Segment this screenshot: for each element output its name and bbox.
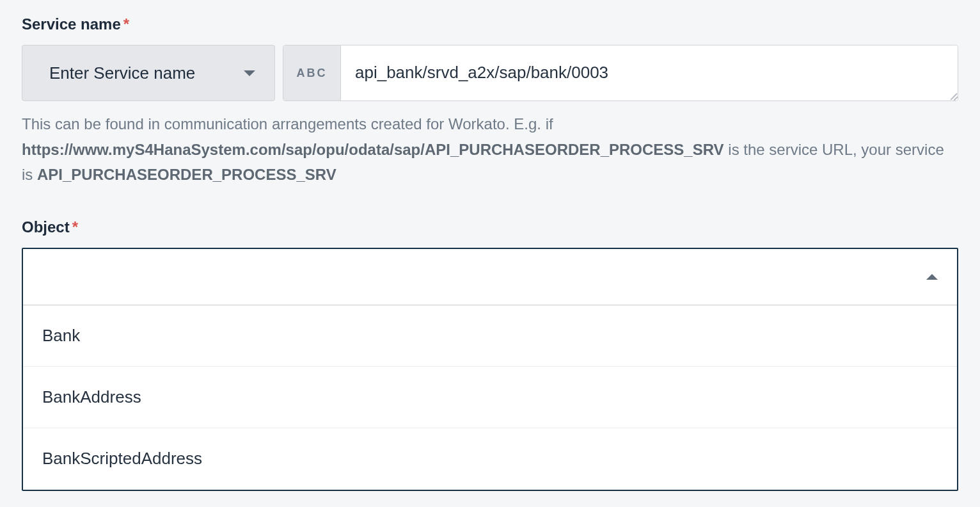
- service-name-row: Enter Service name ABC: [22, 45, 958, 101]
- chevron-up-icon: [926, 274, 938, 280]
- service-name-mode-text: Enter Service name: [49, 63, 195, 83]
- hint-example-url: https://www.myS4HanaSystem.com/sap/opu/o…: [22, 141, 724, 158]
- required-asterisk-icon: *: [72, 218, 78, 236]
- service-name-hint: This can be found in communication arran…: [22, 111, 958, 188]
- object-option[interactable]: BankAddress: [23, 367, 957, 428]
- hint-text-pre: This can be found in communication arran…: [22, 115, 553, 133]
- object-selected-row[interactable]: [23, 249, 957, 305]
- hint-example-service: API_PURCHASEORDER_PROCESS_SRV: [37, 166, 336, 183]
- required-asterisk-icon: *: [123, 15, 129, 33]
- service-name-input[interactable]: [341, 45, 958, 101]
- input-type-prefix: ABC: [283, 45, 341, 101]
- object-option[interactable]: BankScriptedAddress: [23, 428, 957, 490]
- service-name-label: Service name*: [22, 15, 958, 33]
- object-option[interactable]: Bank: [23, 305, 957, 367]
- service-name-input-wrapper: ABC: [283, 45, 958, 101]
- service-name-label-text: Service name: [22, 15, 121, 33]
- object-field: Object* Bank BankAddress BankScriptedAdd…: [22, 218, 958, 491]
- object-dropdown[interactable]: Bank BankAddress BankScriptedAddress: [22, 248, 958, 491]
- chevron-down-icon: [244, 70, 255, 76]
- service-name-mode-dropdown[interactable]: Enter Service name: [22, 45, 275, 101]
- service-name-field: Service name* Enter Service name ABC Thi…: [22, 15, 958, 188]
- object-label: Object*: [22, 218, 958, 236]
- object-label-text: Object: [22, 218, 70, 236]
